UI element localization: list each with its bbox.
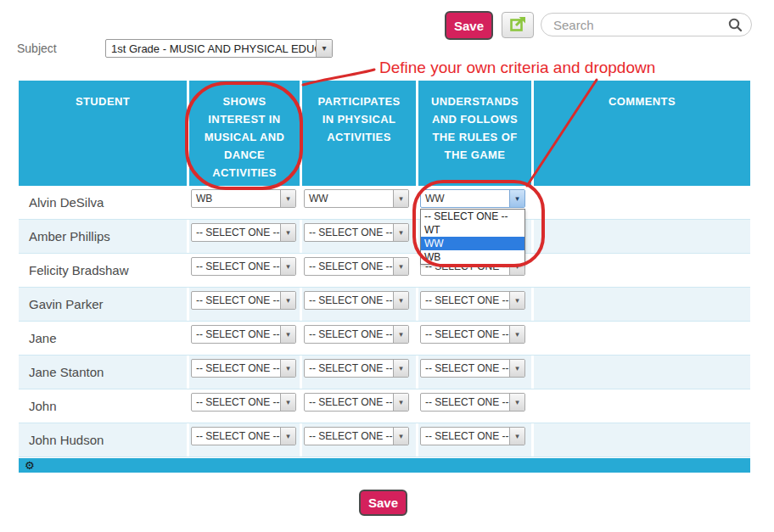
criteria-select-value: -- SELECT ONE -- xyxy=(192,258,280,275)
gear-icon[interactable]: ⚙ xyxy=(25,460,35,471)
criteria-select[interactable]: -- SELECT ONE --▾ xyxy=(191,427,296,445)
student-name: Gavin Parker xyxy=(19,288,187,321)
criteria-select-value: -- SELECT ONE -- xyxy=(421,292,509,309)
column-header: STUDENT xyxy=(19,81,187,186)
table-footer-bar: ⚙ xyxy=(19,458,750,473)
comments-cell[interactable] xyxy=(534,322,750,355)
comments-cell[interactable] xyxy=(534,186,750,219)
annotation-text: Define your own criteria and dropdown xyxy=(379,59,655,77)
criteria-cell: -- SELECT ONE --▾ xyxy=(302,254,416,287)
criteria-select[interactable]: -- SELECT ONE --▾ xyxy=(191,257,296,276)
column-header: SHOWS INTEREST IN MUSICAL AND DANCE ACTI… xyxy=(189,81,300,186)
criteria-select-value: -- SELECT ONE -- xyxy=(421,326,509,343)
criteria-cell: -- SELECT ONE --▾ xyxy=(302,288,416,321)
criteria-select-value: -- SELECT ONE -- xyxy=(305,394,393,411)
subject-label: Subject xyxy=(17,42,57,55)
criteria-select[interactable]: -- SELECT ONE --▾ xyxy=(420,291,525,310)
criteria-select[interactable]: -- SELECT ONE --▾ xyxy=(304,257,409,276)
criteria-cell: -- SELECT ONE --▾ xyxy=(302,389,416,423)
criteria-select[interactable]: -- SELECT ONE --▾ xyxy=(191,359,296,378)
criteria-select[interactable]: -- SELECT ONE --▾ xyxy=(304,359,409,378)
criteria-cell: -- SELECT ONE --▾ xyxy=(302,220,416,253)
chevron-down-icon: ▾ xyxy=(280,292,295,309)
comments-cell[interactable] xyxy=(534,254,750,287)
student-name: Felicity Bradshaw xyxy=(19,254,187,287)
open-dropdown-list: -- SELECT ONE --WTWWWB xyxy=(420,209,525,265)
criteria-select-value: -- SELECT ONE -- xyxy=(305,360,393,377)
criteria-select[interactable]: -- SELECT ONE --▾ xyxy=(191,291,296,310)
criteria-select[interactable]: -- SELECT ONE --▾ xyxy=(420,393,525,412)
grades-table: STUDENTSHOWS INTEREST IN MUSICAL AND DAN… xyxy=(19,81,750,473)
table-row: Felicity Bradshaw-- SELECT ONE --▾-- SEL… xyxy=(19,254,750,288)
criteria-select[interactable]: -- SELECT ONE --▾ xyxy=(304,325,409,344)
criteria-select-value: -- SELECT ONE -- xyxy=(305,292,393,309)
criteria-select[interactable]: WB▾ xyxy=(191,189,296,208)
chevron-down-icon: ▾ xyxy=(393,326,408,343)
criteria-select[interactable]: -- SELECT ONE --▾ xyxy=(191,325,296,344)
criteria-select-value: -- SELECT ONE -- xyxy=(305,428,393,445)
student-name: Jane Stanton xyxy=(19,356,187,389)
criteria-select[interactable]: WW▾ xyxy=(304,189,409,208)
save-button-top[interactable]: Save xyxy=(445,11,493,40)
criteria-cell: -- SELECT ONE --▾ xyxy=(189,220,300,253)
chevron-down-icon: ▾ xyxy=(316,40,332,57)
search-input[interactable] xyxy=(541,18,727,32)
criteria-select[interactable]: -- SELECT ONE --▾ xyxy=(420,325,525,344)
save-button-bottom[interactable]: Save xyxy=(359,490,407,516)
criteria-cell: -- SELECT ONE --▾ xyxy=(189,389,300,423)
criteria-select-value: WW xyxy=(421,190,509,207)
dropdown-option[interactable]: WW xyxy=(421,237,524,250)
criteria-select[interactable]: -- SELECT ONE --▾ xyxy=(191,223,296,242)
export-button[interactable] xyxy=(502,12,534,38)
criteria-select-value: -- SELECT ONE -- xyxy=(421,394,509,411)
external-link-icon xyxy=(509,14,527,36)
criteria-select[interactable]: -- SELECT ONE --▾ xyxy=(304,223,409,242)
criteria-select-value: -- SELECT ONE -- xyxy=(192,360,280,377)
criteria-cell: -- SELECT ONE --▾ xyxy=(418,389,531,423)
chevron-down-icon: ▾ xyxy=(509,360,524,377)
chevron-down-icon: ▾ xyxy=(393,258,408,275)
criteria-select[interactable]: -- SELECT ONE --▾ xyxy=(191,393,296,412)
chevron-down-icon: ▾ xyxy=(280,224,295,241)
criteria-select-value: -- SELECT ONE -- xyxy=(305,224,393,241)
criteria-select-value: -- SELECT ONE -- xyxy=(192,394,280,411)
criteria-cell: -- SELECT ONE --▾ xyxy=(302,322,416,355)
criteria-select-value: -- SELECT ONE -- xyxy=(305,326,393,343)
chevron-down-icon: ▾ xyxy=(393,292,408,309)
criteria-select-value: -- SELECT ONE -- xyxy=(192,428,280,445)
criteria-cell: -- SELECT ONE --▾ xyxy=(418,288,531,321)
criteria-select[interactable]: WW▾ xyxy=(420,189,525,208)
comments-cell[interactable] xyxy=(534,356,750,389)
criteria-cell: -- SELECT ONE --▾ xyxy=(302,356,416,389)
comments-cell[interactable] xyxy=(534,389,750,423)
criteria-select-value: -- SELECT ONE -- xyxy=(192,224,280,241)
table-row: Jane-- SELECT ONE --▾-- SELECT ONE --▾--… xyxy=(19,322,750,356)
criteria-cell: WW▾ xyxy=(302,186,416,219)
subject-select[interactable]: 1st Grade - MUSIC AND PHYSICAL EDUCA ▾ xyxy=(105,39,333,58)
dropdown-option[interactable]: -- SELECT ONE -- xyxy=(421,210,524,223)
table-body: Alvin DeSilvaWB▾WW▾WW▾-- SELECT ONE --WT… xyxy=(19,186,750,457)
criteria-select[interactable]: -- SELECT ONE --▾ xyxy=(304,291,409,310)
column-header: COMMENTS xyxy=(534,81,750,186)
comments-cell[interactable] xyxy=(534,288,750,321)
dropdown-option[interactable]: WT xyxy=(421,223,524,237)
criteria-select[interactable]: -- SELECT ONE --▾ xyxy=(304,393,409,412)
table-row: Alvin DeSilvaWB▾WW▾WW▾-- SELECT ONE --WT… xyxy=(19,186,750,220)
criteria-select[interactable]: -- SELECT ONE --▾ xyxy=(420,427,525,445)
criteria-cell: -- SELECT ONE --▾ xyxy=(302,423,416,456)
chevron-down-icon: ▾ xyxy=(393,360,408,377)
student-name: Alvin DeSilva xyxy=(19,186,187,219)
comments-cell[interactable] xyxy=(534,220,750,253)
search-icon[interactable] xyxy=(727,17,743,32)
chevron-down-icon: ▾ xyxy=(509,394,524,411)
chevron-down-icon: ▾ xyxy=(280,190,295,207)
criteria-cell: -- SELECT ONE --▾ xyxy=(418,356,531,389)
table-header-row: STUDENTSHOWS INTEREST IN MUSICAL AND DAN… xyxy=(19,81,750,186)
criteria-select[interactable]: -- SELECT ONE --▾ xyxy=(304,427,409,445)
column-header: UNDERSTANDS AND FOLLOWS THE RULES OF THE… xyxy=(418,81,531,186)
criteria-select[interactable]: -- SELECT ONE --▾ xyxy=(420,359,525,378)
comments-cell[interactable] xyxy=(534,423,750,456)
dropdown-option[interactable]: WB xyxy=(421,250,524,264)
table-row: Jane Stanton-- SELECT ONE --▾-- SELECT O… xyxy=(19,356,750,389)
criteria-select-value: -- SELECT ONE -- xyxy=(192,292,280,309)
